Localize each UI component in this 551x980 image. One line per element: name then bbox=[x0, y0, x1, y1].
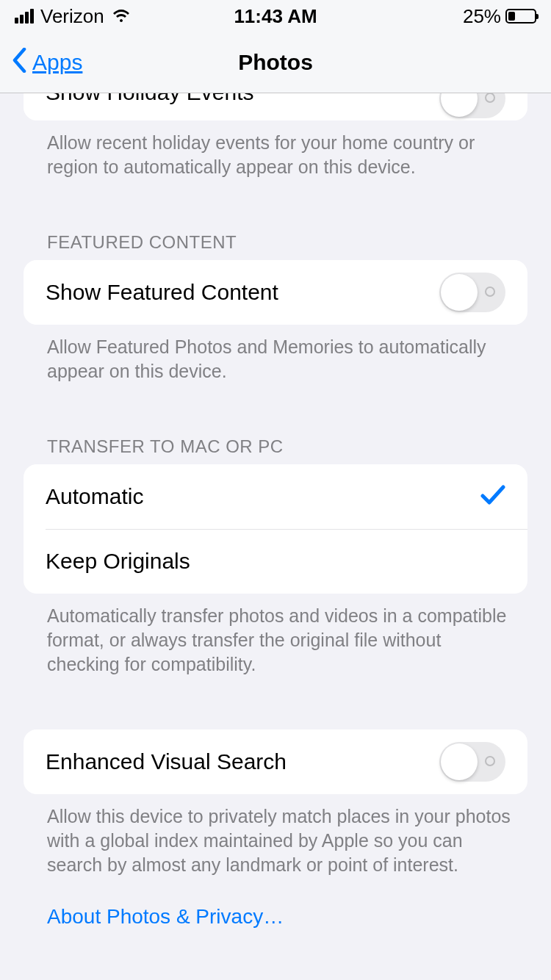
visual-search-group: Enhanced Visual Search bbox=[24, 729, 527, 794]
signal-icon bbox=[15, 9, 34, 24]
cell-label: Keep Originals bbox=[46, 549, 190, 574]
section-footer: Automatically transfer photos and videos… bbox=[0, 594, 551, 684]
back-label: Apps bbox=[32, 50, 82, 75]
status-right: 25% bbox=[463, 5, 536, 28]
section-footer: Allow recent holiday events for your hom… bbox=[0, 120, 551, 187]
featured-content-toggle[interactable] bbox=[439, 273, 505, 312]
section-header-transfer: TRANSFER TO MAC OR PC bbox=[0, 436, 551, 464]
carrier-label: Verizon bbox=[40, 5, 104, 28]
content-scroll[interactable]: Show Holiday Events Allow recent holiday… bbox=[0, 93, 551, 980]
link-label: About Photos & Privacy… bbox=[47, 905, 284, 928]
status-time: 11:43 AM bbox=[234, 5, 317, 28]
cell-label: Show Featured Content bbox=[46, 280, 278, 305]
status-bar: Verizon 11:43 AM 25% bbox=[0, 0, 551, 32]
enhanced-visual-search-row[interactable]: Enhanced Visual Search bbox=[24, 729, 527, 794]
checkmark-icon bbox=[480, 484, 505, 509]
section-footer: Allow Featured Photos and Memories to au… bbox=[0, 325, 551, 391]
transfer-keep-originals-row[interactable]: Keep Originals bbox=[24, 529, 527, 594]
page-title: Photos bbox=[238, 50, 313, 75]
visual-search-toggle[interactable] bbox=[439, 742, 505, 782]
transfer-group: Automatic Keep Originals bbox=[24, 464, 527, 594]
status-left: Verizon bbox=[15, 5, 131, 28]
cell-label: Automatic bbox=[46, 484, 143, 509]
back-button[interactable]: Apps bbox=[12, 48, 82, 78]
show-holiday-events-row[interactable]: Show Holiday Events bbox=[24, 93, 527, 120]
cell-label: Show Holiday Events bbox=[46, 93, 253, 105]
section-header-featured: FEATURED CONTENT bbox=[0, 232, 551, 260]
holiday-events-toggle[interactable] bbox=[439, 93, 505, 118]
wifi-icon bbox=[112, 5, 131, 28]
battery-icon bbox=[505, 9, 536, 24]
transfer-automatic-row[interactable]: Automatic bbox=[24, 464, 527, 529]
featured-content-group: Show Featured Content bbox=[24, 260, 527, 325]
section-footer: Allow this device to privately match pla… bbox=[0, 794, 551, 884]
about-photos-privacy-link[interactable]: About Photos & Privacy… bbox=[0, 884, 551, 949]
chevron-left-icon bbox=[12, 48, 26, 78]
cell-label: Enhanced Visual Search bbox=[46, 749, 287, 774]
nav-bar: Apps Photos bbox=[0, 32, 551, 93]
battery-percent: 25% bbox=[463, 5, 501, 28]
show-featured-content-row[interactable]: Show Featured Content bbox=[24, 260, 527, 325]
